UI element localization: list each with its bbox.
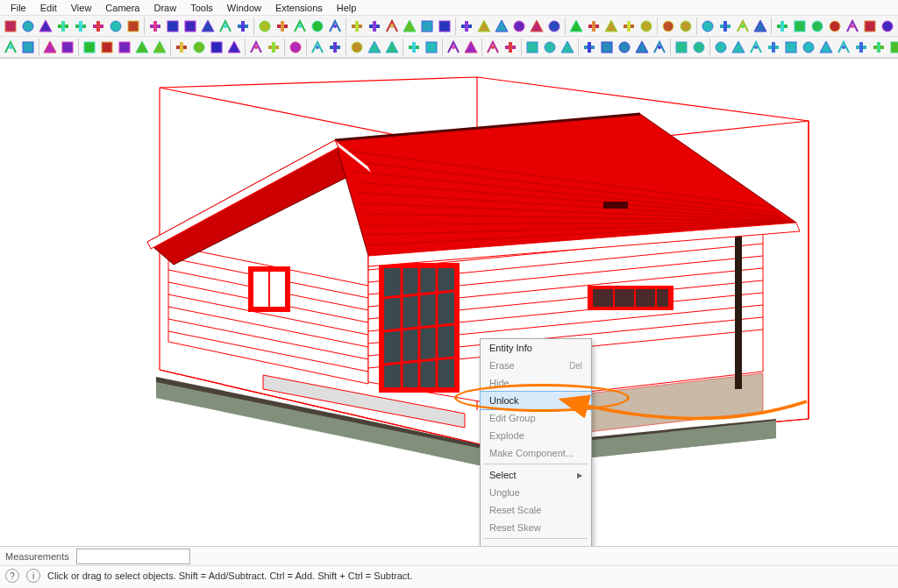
ctx-unlock[interactable]: Unlock <box>480 391 592 410</box>
tool-reload[interactable] <box>827 18 843 35</box>
tool-move2[interactable] <box>174 39 189 56</box>
tool-solid1[interactable] <box>485 39 501 56</box>
tool-group[interactable] <box>476 18 492 35</box>
tool-dimension[interactable] <box>310 18 325 35</box>
tool-sandbox2[interactable] <box>542 39 558 56</box>
tool-circ2[interactable] <box>134 39 150 56</box>
tool-select[interactable] <box>3 18 18 35</box>
tool-look[interactable] <box>367 39 382 56</box>
tool-zoomwin[interactable] <box>402 18 417 35</box>
menu-help[interactable]: Help <box>330 2 364 14</box>
tool-ext7[interactable] <box>818 39 834 56</box>
viewport[interactable]: Entity InfoEraseDelHideUnlockEdit GroupE… <box>0 60 898 546</box>
tool-arc[interactable] <box>125 18 141 35</box>
tool-pan[interactable] <box>367 18 382 35</box>
menu-camera[interactable]: Camera <box>98 2 146 14</box>
tool-layers[interactable] <box>511 18 527 35</box>
tool-materials[interactable] <box>529 18 545 35</box>
help-icon[interactable]: ? <box>5 569 19 583</box>
tool-outliner[interactable] <box>494 18 510 35</box>
tool-text2[interactable] <box>310 39 325 56</box>
tool-component[interactable] <box>459 18 474 35</box>
tool-shadow[interactable] <box>660 18 676 35</box>
tool-zoom[interactable] <box>384 18 400 35</box>
measurements-input[interactable] <box>76 549 190 564</box>
tool-followme[interactable] <box>235 18 251 35</box>
tool-eraser2[interactable] <box>42 39 58 56</box>
tool-move[interactable] <box>147 18 163 35</box>
tool-front[interactable] <box>735 18 751 35</box>
tool-walk[interactable] <box>349 39 365 56</box>
tool-rectangle[interactable] <box>90 18 106 35</box>
tool-ext8[interactable] <box>836 39 852 56</box>
tool-circle[interactable] <box>108 18 124 35</box>
tool-pb2[interactable] <box>599 39 615 56</box>
tool-undo2[interactable] <box>845 18 860 35</box>
tool-cursor[interactable] <box>20 39 36 56</box>
tool-ext3[interactable] <box>748 39 764 56</box>
tool-plugin2[interactable] <box>792 18 808 35</box>
ctx-select[interactable]: Select▶ <box>481 466 591 484</box>
tool-pb5[interactable] <box>652 39 667 56</box>
tool-rotate[interactable] <box>165 18 181 35</box>
tool-protractor[interactable] <box>274 18 290 35</box>
tool-zoom3[interactable] <box>406 39 422 56</box>
tool-sandbox3[interactable] <box>559 39 575 56</box>
menu-view[interactable]: View <box>64 2 99 14</box>
tool-orbit[interactable] <box>349 18 365 35</box>
menu-window[interactable]: Window <box>220 2 268 14</box>
tool-arc2[interactable] <box>99 39 115 56</box>
context-menu[interactable]: Entity InfoEraseDelHideUnlockEdit GroupE… <box>480 338 592 546</box>
info-icon[interactable]: i <box>26 569 40 583</box>
tool-pencil[interactable] <box>82 39 97 56</box>
tool-settings[interactable] <box>880 18 895 35</box>
tool-ext2[interactable] <box>731 39 746 56</box>
tool-push2[interactable] <box>248 39 264 56</box>
tool-follow2[interactable] <box>266 39 282 56</box>
tool-pb3[interactable] <box>616 39 632 56</box>
tool-zoomext2[interactable] <box>424 39 439 56</box>
ctx-entity-info[interactable]: Entity Info <box>481 339 591 357</box>
tool-eraser[interactable] <box>38 18 53 35</box>
tool-ext5[interactable] <box>783 39 799 56</box>
tool-offset2[interactable] <box>226 39 242 56</box>
tool-solid2[interactable] <box>502 39 518 56</box>
tool-ext11[interactable] <box>888 39 898 56</box>
tool-freehand[interactable] <box>73 18 89 35</box>
tool-explode[interactable] <box>445 39 461 56</box>
tool-lasso[interactable] <box>20 18 36 35</box>
tool-intersect[interactable] <box>463 39 479 56</box>
tool-line[interactable] <box>55 18 71 35</box>
tool-plugin3[interactable] <box>809 18 825 35</box>
tool-pb1[interactable] <box>581 39 597 56</box>
tool-pushpull[interactable] <box>217 18 233 35</box>
tool-ext1[interactable] <box>713 39 729 56</box>
tool-xray[interactable] <box>568 18 584 35</box>
tool-offset[interactable] <box>200 18 216 35</box>
tool-text[interactable] <box>327 18 343 35</box>
tool-sandbox1[interactable] <box>524 39 540 56</box>
tool-section[interactable] <box>384 39 400 56</box>
tool-rect2[interactable] <box>117 39 132 56</box>
tool-tape[interactable] <box>257 18 273 35</box>
tool-ext6[interactable] <box>801 39 816 56</box>
tool-pb4[interactable] <box>634 39 650 56</box>
tool-ext9[interactable] <box>853 39 869 56</box>
tool-zoomext[interactable] <box>419 18 435 35</box>
tool-ext10[interactable] <box>871 39 887 56</box>
menu-tools[interactable]: Tools <box>183 2 220 14</box>
tool-3dtext[interactable] <box>327 39 343 56</box>
menu-extensions[interactable]: Extensions <box>268 2 330 14</box>
tool-wire[interactable] <box>586 18 602 35</box>
tool-iso[interactable] <box>700 18 716 35</box>
tool-shaded[interactable] <box>603 18 619 35</box>
tool-ext4[interactable] <box>766 39 781 56</box>
tool-prev[interactable] <box>437 18 453 35</box>
tool-mono[interactable] <box>638 18 654 35</box>
tool-plugin1[interactable] <box>774 18 790 35</box>
tool-paint[interactable] <box>60 39 75 56</box>
tool-poly[interactable] <box>152 39 167 56</box>
tool-fog[interactable] <box>678 18 694 35</box>
tool-top[interactable] <box>717 18 733 35</box>
tool-rot2[interactable] <box>191 39 207 56</box>
